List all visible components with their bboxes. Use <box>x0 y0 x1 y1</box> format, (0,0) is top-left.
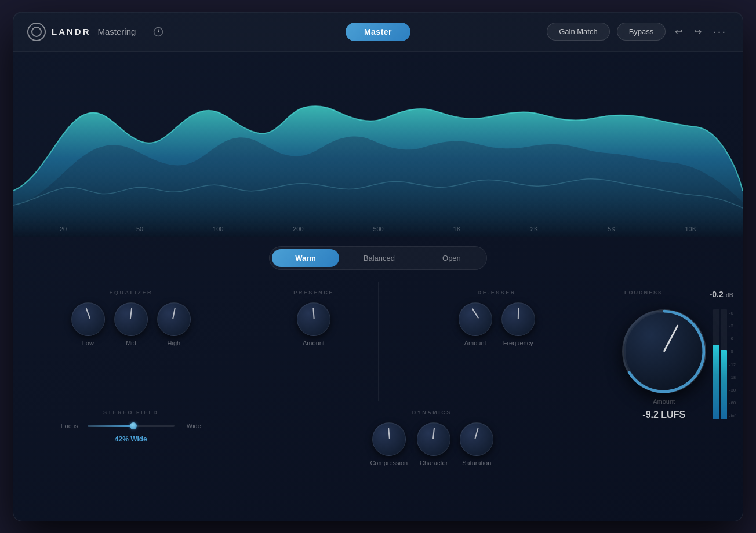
freq-label-5k: 5K <box>608 225 615 232</box>
eq-low-group: Low <box>71 302 105 346</box>
saturation-knob[interactable] <box>460 422 493 456</box>
vu-scale-12: -12 <box>729 362 736 367</box>
waveform-section: 20 50 100 200 500 1K 2K 5K 10K <box>13 52 743 237</box>
freq-label-50: 50 <box>136 225 143 232</box>
header: LANDR Mastering Master Gain Match Bypass… <box>13 12 743 52</box>
equalizer-section: EQUALIZER Low Mid High <box>13 282 249 401</box>
loudness-knob[interactable] <box>622 309 706 393</box>
vu-scale-inf: -inf <box>729 413 736 418</box>
loudness-section-label: LOUDNESS <box>624 290 710 295</box>
logo-text: LANDR <box>52 27 91 36</box>
vu-scale-30: -30 <box>729 388 736 393</box>
freq-label-200: 200 <box>293 225 303 232</box>
deesser-label: DE-ESSER <box>388 290 605 295</box>
tone-warm-button[interactable]: Warm <box>272 249 339 267</box>
eq-high-label: High <box>168 339 181 346</box>
stereo-section: STEREO FIELD Focus Wide 42% Wide <box>13 401 249 521</box>
deesser-section: DE-ESSER Amount Frequency <box>379 282 615 401</box>
landr-logo-icon <box>27 23 46 41</box>
left-controls: EQUALIZER Low Mid High <box>13 282 615 521</box>
tone-open-button[interactable]: Open <box>419 249 484 267</box>
stereo-label: STEREO FIELD <box>23 410 239 415</box>
character-label: Character <box>420 459 448 466</box>
eq-mid-knob[interactable] <box>114 302 148 336</box>
character-knob[interactable] <box>417 422 450 456</box>
waveform-svg <box>13 52 743 237</box>
bottom-controls: EQUALIZER Low Mid High <box>13 282 743 521</box>
undo-button[interactable]: ↩ <box>673 24 685 39</box>
tone-section: Warm Balanced Open <box>13 237 743 282</box>
deesser-knobs: Amount Frequency <box>388 302 605 346</box>
vu-scale-18: -18 <box>729 375 736 380</box>
eq-low-knob[interactable] <box>71 302 105 336</box>
vu-scale-60: -60 <box>729 400 736 406</box>
stereo-slider-fill <box>88 425 134 427</box>
deesser-amount-knob[interactable] <box>459 302 492 336</box>
presence-amount-label: Amount <box>303 339 325 346</box>
dynamics-knobs: Compression Character Saturation <box>259 422 605 466</box>
right-controls: LOUDNESS -0.2 dB <box>615 282 743 521</box>
deesser-freq-group: Frequency <box>501 302 535 346</box>
stereo-slider-thumb[interactable] <box>130 422 137 429</box>
eq-high-group: High <box>157 302 191 346</box>
gain-match-button[interactable]: Gain Match <box>547 23 609 41</box>
loudness-db-number: -0.2 <box>710 290 724 299</box>
eq-knobs: Low Mid High <box>23 302 239 346</box>
master-button[interactable]: Master <box>346 23 410 41</box>
eq-label: EQUALIZER <box>23 290 239 295</box>
presence-amount-knob[interactable] <box>297 302 330 336</box>
loudness-db-value: -0.2 dB <box>710 290 733 299</box>
timer-icon[interactable] <box>153 27 163 37</box>
plugin-container: LANDR Mastering Master Gain Match Bypass… <box>13 12 743 521</box>
logo-icon-inner <box>31 27 42 37</box>
loudness-lufs-value: -9.2 LUFS <box>642 410 685 420</box>
deesser-freq-label: Frequency <box>503 339 533 346</box>
vu-bars <box>713 309 727 419</box>
freq-label-10k: 10K <box>685 225 696 232</box>
tone-balanced-button[interactable]: Balanced <box>340 249 418 267</box>
stereo-slider-track[interactable] <box>88 425 175 427</box>
vu-scale-3: -3 <box>729 323 736 328</box>
eq-mid-group: Mid <box>114 302 148 346</box>
compression-knob[interactable] <box>372 422 406 456</box>
freq-label-1k: 1K <box>453 225 461 232</box>
saturation-label: Saturation <box>462 459 491 466</box>
dynamics-label: DYNAMICS <box>259 410 605 415</box>
freq-label-20: 20 <box>60 225 67 232</box>
header-center: Master <box>261 23 495 41</box>
vu-bar-right-fill <box>721 350 727 419</box>
compression-label: Compression <box>370 459 408 466</box>
vu-bar-left-fill <box>713 345 719 419</box>
loudness-amount-label: Amount <box>653 398 675 405</box>
freq-label-2k: 2K <box>530 225 538 232</box>
loudness-knob-wrapper: Amount -9.2 LUFS <box>622 309 706 420</box>
vu-scale: -0 -3 -6 -9 -12 -18 -30 -60 -inf <box>729 309 736 419</box>
vu-bar-left <box>713 309 719 419</box>
freq-label-500: 500 <box>373 225 383 232</box>
logo-area: LANDR Mastering <box>27 23 261 41</box>
compression-group: Compression <box>370 422 408 466</box>
presence-amount-group: Amount <box>297 302 330 346</box>
tone-selector: Warm Balanced Open <box>269 246 487 270</box>
stereo-inner: Focus Wide 42% Wide <box>23 422 239 443</box>
eq-mid-label: Mid <box>126 339 136 346</box>
redo-button[interactable]: ↪ <box>692 24 704 39</box>
presence-section: PRESENCE Amount <box>249 282 379 401</box>
stereo-slider-row: Focus Wide <box>61 422 201 429</box>
svg-point-2 <box>158 31 159 32</box>
stereo-value: 42% Wide <box>115 435 147 443</box>
presence-label: PRESENCE <box>259 290 369 295</box>
dynamics-section: DYNAMICS Compression Character Saturatio… <box>249 401 615 521</box>
header-right: Gain Match Bypass ↩ ↪ ··· <box>495 23 729 41</box>
deesser-amount-group: Amount <box>459 302 492 346</box>
eq-high-knob[interactable] <box>157 302 191 336</box>
app-title: Mastering <box>98 27 136 36</box>
presence-knobs: Amount <box>259 302 369 346</box>
bypass-button[interactable]: Bypass <box>617 23 666 41</box>
character-group: Character <box>417 422 450 466</box>
more-options-button[interactable]: ··· <box>711 23 729 41</box>
deesser-freq-knob[interactable] <box>501 302 535 336</box>
saturation-group: Saturation <box>460 422 493 466</box>
vu-scale-6: -6 <box>729 336 736 341</box>
stereo-focus-label: Focus <box>61 422 83 429</box>
